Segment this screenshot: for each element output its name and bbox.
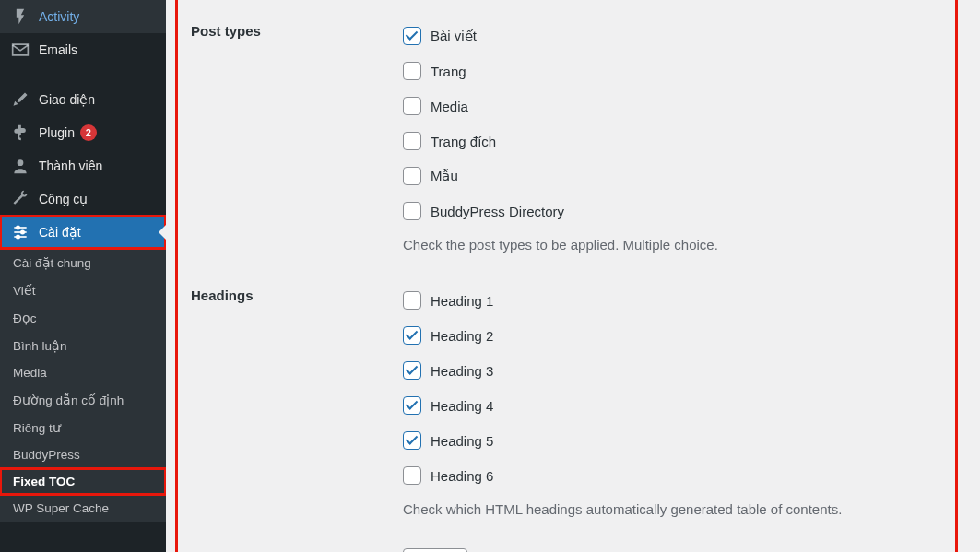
sidebar-item-label: Plugin bbox=[39, 125, 75, 140]
checkbox-row: BuddyPress Directory bbox=[403, 202, 942, 220]
checkbox-row: Heading 1 bbox=[403, 291, 942, 310]
checkbox-heading-4[interactable] bbox=[403, 396, 421, 415]
sidebar-item-giao-diện[interactable]: Giao diện bbox=[0, 83, 166, 116]
sidebar-separator bbox=[0, 66, 166, 83]
checkbox-row: Heading 4 bbox=[403, 396, 942, 415]
display-when-input[interactable] bbox=[403, 548, 467, 552]
svg-point-4 bbox=[17, 226, 19, 229]
submenu-item-media[interactable]: Media bbox=[0, 359, 166, 386]
submenu-item-đường-dẫn-cố-định[interactable]: Đường dẫn cố định bbox=[0, 386, 166, 414]
sidebar-item-thành-viên[interactable]: Thành viên bbox=[0, 149, 166, 182]
checkbox-heading-6[interactable] bbox=[403, 466, 421, 485]
sidebar-item-emails[interactable]: Emails bbox=[0, 33, 166, 66]
field-description: Check which HTML headings automatically … bbox=[403, 501, 942, 517]
checkbox-row: Heading 5 bbox=[403, 431, 942, 450]
sidebar-item-plugin[interactable]: Plugin2 bbox=[0, 116, 166, 149]
checkbox-row: Mẫu bbox=[403, 167, 942, 185]
checkbox-label: Media bbox=[431, 99, 468, 114]
checkbox-label: Bài viết bbox=[431, 28, 477, 44]
checkbox-row: Trang bbox=[403, 62, 942, 80]
label-post-types: Post types bbox=[191, 14, 403, 253]
settings-submenu: Cài đặt chungViếtĐọcBình luậnMediaĐường … bbox=[0, 249, 166, 522]
svg-point-6 bbox=[17, 235, 19, 238]
submenu-item-fixed-toc[interactable]: Fixed TOC bbox=[0, 468, 166, 495]
sidebar-item-label: Thành viên bbox=[39, 159, 102, 173]
submenu-item-buddypress[interactable]: BuddyPress bbox=[0, 441, 166, 468]
submenu-item-bình-luận[interactable]: Bình luận bbox=[0, 332, 166, 359]
submenu-item-riêng-tư[interactable]: Riêng tư bbox=[0, 414, 166, 441]
svg-point-0 bbox=[18, 159, 24, 166]
sidebar-item-công-cụ[interactable]: Công cụ bbox=[0, 182, 166, 216]
checkbox-bài-viết[interactable] bbox=[403, 27, 421, 45]
checkbox-label: BuddyPress Directory bbox=[431, 204, 564, 219]
checkbox-media[interactable] bbox=[403, 97, 421, 115]
submenu-item-viết[interactable]: Viết bbox=[0, 276, 166, 304]
checkbox-trang-đích[interactable] bbox=[403, 132, 421, 150]
checkbox-row: Media bbox=[403, 97, 942, 115]
checkbox-label: Heading 1 bbox=[431, 293, 493, 309]
users-icon bbox=[11, 157, 30, 175]
field-description: Check the post types to be applied. Mult… bbox=[403, 237, 942, 253]
checkbox-label: Heading 3 bbox=[431, 363, 493, 379]
activity-icon bbox=[11, 7, 30, 26]
field-post-types: Bài viếtTrangMediaTrang đíchMẫuBuddyPres… bbox=[403, 14, 942, 253]
label-display-when: Display TOC when bbox=[191, 543, 403, 552]
checkbox-heading-3[interactable] bbox=[403, 361, 421, 380]
settings-icon bbox=[11, 223, 30, 241]
appearance-icon bbox=[11, 90, 30, 109]
checkbox-label: Heading 4 bbox=[431, 398, 493, 414]
checkbox-mẫu[interactable] bbox=[403, 167, 421, 185]
checkbox-heading-5[interactable] bbox=[403, 431, 421, 450]
email-icon bbox=[11, 41, 30, 59]
sidebar-item-label: Giao diện bbox=[39, 92, 95, 107]
checkbox-label: Mẫu bbox=[431, 168, 458, 184]
checkbox-label: Heading 6 bbox=[431, 468, 493, 484]
row-post-types: Post types Bài viếtTrangMediaTrang đíchM… bbox=[191, 0, 942, 253]
sidebar-item-label: Công cụ bbox=[39, 192, 88, 206]
svg-point-5 bbox=[21, 230, 24, 233]
checkbox-row: Heading 6 bbox=[403, 466, 942, 485]
checkbox-label: Trang bbox=[431, 64, 466, 79]
sidebar-item-label: Cài đặt bbox=[39, 225, 81, 240]
label-headings: Headings bbox=[191, 278, 403, 517]
sidebar-item-label: Activity bbox=[39, 9, 79, 24]
sidebar-item-activity[interactable]: Activity bbox=[0, 0, 166, 33]
update-badge: 2 bbox=[80, 124, 97, 141]
checkbox-row: Heading 3 bbox=[403, 361, 942, 380]
checkbox-row: Bài viết bbox=[403, 27, 942, 45]
checkbox-trang[interactable] bbox=[403, 62, 421, 80]
checkbox-label: Heading 5 bbox=[431, 433, 493, 449]
admin-sidebar: ActivityEmails Giao diệnPlugin2Thành viê… bbox=[0, 0, 166, 552]
checkbox-label: Trang đích bbox=[431, 134, 496, 149]
submenu-item-đọc[interactable]: Đọc bbox=[0, 304, 166, 332]
row-display-when: Display TOC when or more headings are pr… bbox=[191, 517, 942, 552]
field-headings: Heading 1Heading 2Heading 3Heading 4Head… bbox=[403, 278, 942, 517]
row-headings: Headings Heading 1Heading 2Heading 3Head… bbox=[191, 253, 942, 517]
checkbox-buddypress-directory[interactable] bbox=[403, 202, 421, 220]
plugin-icon bbox=[11, 123, 30, 142]
checkbox-label: Heading 2 bbox=[431, 328, 493, 344]
sidebar-item-label: Emails bbox=[39, 42, 77, 57]
submenu-item-cài-đặt-chung[interactable]: Cài đặt chung bbox=[0, 249, 166, 276]
checkbox-row: Heading 2 bbox=[403, 326, 942, 345]
main-content: Post types Bài viếtTrangMediaTrang đíchM… bbox=[166, 0, 980, 552]
settings-highlight-box: Post types Bài viếtTrangMediaTrang đíchM… bbox=[175, 0, 958, 552]
checkbox-heading-2[interactable] bbox=[403, 326, 421, 345]
field-display-when: or more headings are present. bbox=[403, 543, 942, 552]
tools-icon bbox=[11, 190, 30, 208]
checkbox-row: Trang đích bbox=[403, 132, 942, 150]
submenu-item-wp-super-cache[interactable]: WP Super Cache bbox=[0, 495, 166, 522]
sidebar-item-cài-đặt[interactable]: Cài đặt bbox=[0, 216, 166, 249]
checkbox-heading-1[interactable] bbox=[403, 291, 421, 310]
